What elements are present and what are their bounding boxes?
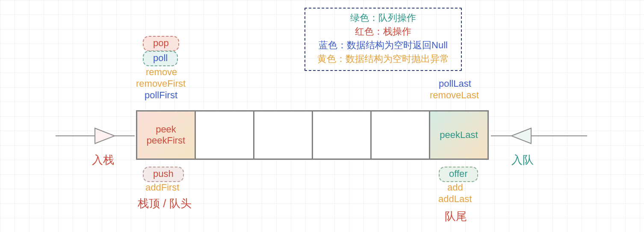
arrow-queue-in-icon	[491, 124, 587, 148]
label-peek: peek	[156, 124, 176, 135]
label-remove: remove	[146, 66, 177, 78]
legend-orange: 黄色：数据结构为空时抛出异常	[317, 52, 449, 66]
deque-cell	[313, 112, 372, 159]
label-peekFirst: peekFirst	[147, 135, 185, 146]
legend-red: 红色：栈操作	[317, 25, 449, 38]
label-removeLast: removeLast	[430, 89, 479, 101]
legend-box: 绿色：队列操作 红色：栈操作 蓝色：数据结构为空时返回Null 黄色：数据结构为…	[304, 8, 462, 71]
label-removeFirst: removeFirst	[136, 78, 186, 90]
deque-cell	[196, 112, 254, 159]
label-pollFirst: pollFirst	[145, 89, 177, 101]
svg-marker-1	[95, 128, 115, 144]
label-queue-in: 入队	[511, 153, 534, 167]
deque-container: peek peekFirst peekLast	[136, 110, 489, 160]
label-tail: 队尾	[445, 209, 467, 223]
label-addLast: addLast	[438, 193, 472, 205]
deque-cell-first: peek peekFirst	[137, 112, 196, 159]
pill-poll: poll	[143, 51, 178, 66]
deque-cell-last: peekLast	[430, 112, 487, 159]
label-pollLast: pollLast	[439, 78, 471, 90]
label-add: add	[447, 182, 463, 194]
svg-marker-4	[511, 128, 531, 144]
label-head: 栈顶 / 队头	[138, 197, 192, 211]
pill-pop: pop	[143, 36, 179, 51]
legend-green: 绿色：队列操作	[317, 11, 449, 25]
pill-offer: offer	[439, 167, 478, 182]
label-stack-in: 入栈	[92, 153, 114, 167]
label-peekLast: peekLast	[440, 129, 478, 141]
deque-cell	[372, 112, 430, 159]
arrow-stack-in-icon	[56, 124, 135, 148]
label-addFirst: addFirst	[145, 182, 179, 194]
pill-push: push	[143, 167, 184, 182]
deque-cell	[254, 112, 313, 159]
legend-blue: 蓝色：数据结构为空时返回Null	[317, 38, 449, 52]
